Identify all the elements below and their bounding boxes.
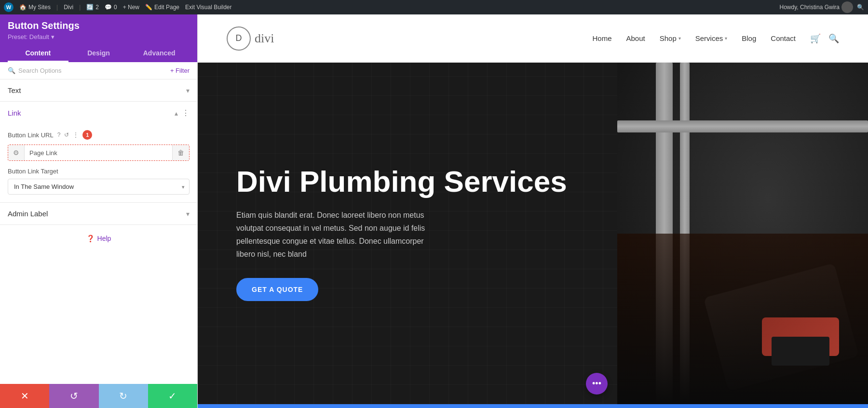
settings-panel: Button Settings Preset: Default ▾ Conten…	[0, 14, 198, 408]
admin-bar-right: Howdy, Christina Gwira 🔍	[780, 1, 864, 13]
hero-description: Etiam quis blandit erat. Donec laoreet l…	[236, 209, 429, 261]
search-options-input[interactable]: 🔍 Search Options	[8, 67, 62, 74]
help-label: Help	[97, 235, 111, 242]
my-sites-link[interactable]: 🏠 My Sites	[19, 4, 51, 11]
nav-about[interactable]: About	[626, 34, 645, 42]
link-target-select[interactable]: In The Same Window In The New Tab	[8, 179, 190, 195]
panel-title: Button Settings	[8, 20, 190, 31]
panel-header: Button Settings Preset: Default ▾ Conten…	[0, 14, 197, 62]
cta-button[interactable]: GET A QUOTE	[236, 278, 318, 301]
link-section: Link ▴ ⋮ Button Link URL ? ↺ ⋮	[0, 102, 197, 203]
tab-advanced[interactable]: Advanced	[129, 45, 190, 62]
cancel-button[interactable]: ✕	[0, 384, 49, 408]
nav-about-label: About	[626, 34, 645, 42]
badge-count: 1	[82, 130, 92, 140]
divi-link[interactable]: Divi	[64, 4, 73, 11]
search-admin-icon[interactable]: 🔍	[857, 4, 864, 11]
shop-dropdown-icon: ▾	[678, 36, 681, 41]
revisions-link[interactable]: 🔄 2	[86, 4, 99, 11]
panel-tabs: Content Design Advanced	[8, 45, 190, 62]
panel-preset[interactable]: Preset: Default ▾	[8, 33, 190, 40]
text-section: Text ▾	[0, 79, 197, 102]
hero-content: Divi Plumbing Services Etiam quis blandi…	[198, 63, 617, 404]
admin-label-title: Admin Label	[8, 210, 48, 218]
nav-services[interactable]: Services ▾	[695, 34, 728, 42]
nav-shop[interactable]: Shop ▾	[660, 34, 681, 42]
link-section-actions: ▴ ⋮	[175, 108, 190, 118]
link-section-header[interactable]: Link ▴ ⋮	[0, 102, 197, 124]
input-gear-icon[interactable]: ⚙	[8, 145, 25, 160]
hero-title: Divi Plumbing Services	[236, 166, 579, 197]
nav-contact-label: Contact	[771, 34, 796, 42]
nav-blog-label: Blog	[742, 34, 756, 42]
page-link-input-row[interactable]: ⚙ Page Link 🗑	[8, 145, 190, 161]
wordpress-icon[interactable]: W	[4, 2, 14, 12]
link-target-select-wrap[interactable]: In The Same Window In The New Tab ▾	[8, 179, 190, 195]
link-more-icon[interactable]: ⋮	[182, 108, 190, 118]
hero-image	[617, 63, 868, 404]
user-profile[interactable]: Howdy, Christina Gwira	[780, 1, 853, 13]
tab-content[interactable]: Content	[8, 45, 68, 62]
filter-button[interactable]: + Filter	[170, 67, 190, 74]
website-preview: D divi Home About Shop ▾	[198, 14, 868, 408]
search-bar: 🔍 Search Options + Filter	[0, 62, 197, 79]
pipe-3	[617, 120, 868, 132]
more-options-icon[interactable]: ⋮	[73, 132, 79, 138]
help-row[interactable]: ❓ Help	[0, 225, 197, 252]
new-content-link[interactable]: + New	[123, 4, 139, 11]
admin-label-chevron-icon: ▾	[186, 210, 190, 218]
search-icon: 🔍	[8, 67, 15, 74]
link-chevron-icon: ▴	[175, 109, 178, 117]
nav-home[interactable]: Home	[592, 34, 611, 42]
undo-button[interactable]: ↺	[49, 384, 98, 408]
comments-link[interactable]: 💬 0	[105, 4, 117, 11]
site-header: D divi Home About Shop ▾	[198, 14, 868, 63]
save-button[interactable]: ✓	[148, 384, 197, 408]
site-logo[interactable]: D divi	[227, 26, 274, 51]
logo-name: divi	[255, 31, 274, 46]
button-link-url-row: Button Link URL ? ↺ ⋮ 1	[8, 130, 190, 140]
logo-letter: D	[236, 33, 242, 43]
text-section-title: Text	[8, 86, 21, 94]
help-tooltip-icon[interactable]: ?	[57, 132, 61, 138]
admin-label-section: Admin Label ▾	[0, 203, 197, 225]
nav-icons: 🛒 🔍	[810, 33, 839, 44]
services-dropdown-icon: ▾	[725, 36, 727, 41]
hero-section: Divi Plumbing Services Etiam quis blandi…	[198, 63, 868, 404]
search-placeholder: Search Options	[18, 67, 62, 74]
reset-icon[interactable]: ↺	[64, 132, 69, 138]
site-nav: Home About Shop ▾ Services ▾ Blog	[592, 33, 839, 44]
nav-contact[interactable]: Contact	[771, 34, 796, 42]
cart-icon[interactable]: 🛒	[810, 33, 821, 44]
button-link-url-label: Button Link URL	[8, 132, 54, 139]
blue-bottom-bar	[198, 404, 868, 408]
plumbing-image	[617, 63, 868, 404]
tool-handle	[772, 337, 829, 366]
exit-builder-link[interactable]: Exit Visual Builder	[185, 4, 232, 11]
nav-services-label: Services	[695, 34, 723, 42]
logo-circle: D	[227, 26, 251, 51]
bottom-actions: ✕ ↺ ↻ ✓	[0, 384, 197, 408]
admin-bar: W 🏠 My Sites | Divi | 🔄 2 💬 0 + New ✏️ E…	[0, 0, 868, 14]
help-circle-icon: ❓	[86, 235, 95, 242]
nav-shop-label: Shop	[660, 34, 677, 42]
tab-design[interactable]: Design	[68, 45, 129, 62]
preset-chevron-icon: ▾	[51, 33, 54, 40]
admin-label-header[interactable]: Admin Label ▾	[0, 203, 197, 224]
nav-blog[interactable]: Blog	[742, 34, 756, 42]
link-section-body: Button Link URL ? ↺ ⋮ 1 ⚙ Page Link 🗑	[0, 124, 197, 202]
text-section-header[interactable]: Text ▾	[0, 79, 197, 101]
input-trash-icon[interactable]: 🗑	[172, 145, 189, 160]
page-link-value: Page Link	[25, 145, 172, 160]
nav-home-label: Home	[592, 34, 611, 42]
text-chevron-icon: ▾	[186, 87, 190, 94]
search-nav-icon[interactable]: 🔍	[828, 33, 839, 44]
panel-body: 🔍 Search Options + Filter Text ▾ Link	[0, 62, 197, 384]
link-section-title: Link	[8, 109, 21, 117]
button-link-target-label: Button Link Target	[8, 168, 190, 175]
redo-button[interactable]: ↻	[99, 384, 148, 408]
fab-button[interactable]: •••	[586, 373, 608, 395]
edit-page-link[interactable]: ✏️ Edit Page	[145, 4, 179, 11]
